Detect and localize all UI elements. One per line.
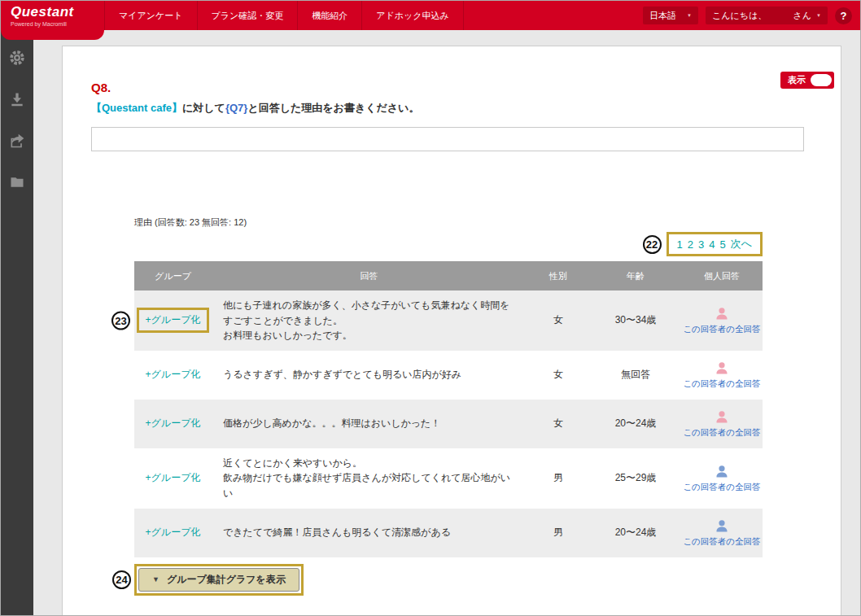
- gender-value: 女: [527, 400, 590, 448]
- nav-item-plan[interactable]: プラン確認・変更: [198, 1, 299, 30]
- page-link-4[interactable]: 4: [709, 238, 715, 251]
- question-panel: 表示 Q8. 【Questant cafe】に対して{Q7}と回答した理由をお書…: [62, 46, 841, 615]
- help-button[interactable]: ?: [835, 7, 852, 24]
- question-tail: と回答した理由をお書きください。: [247, 102, 419, 114]
- answer-text: 近くてとにかく来やすいから。 飲み物だけでも嫌な顔せず店員さんが対応してくれて居…: [212, 448, 527, 509]
- folder-button[interactable]: [7, 173, 27, 192]
- gender-value: 女: [527, 291, 590, 351]
- respondent-answers-link[interactable]: この回答者の全回答: [683, 427, 760, 439]
- answer-text: できたてで綺麗！店員さんも明るくて清潔感がある: [212, 509, 527, 557]
- table-row: +グループ化 価格が少し高めかな。。。料理はおいしかった！ 女 20〜24歳: [134, 400, 763, 448]
- answer-text: 他にも子連れの家族が多く、小さな子がいても気兼ねなく時間をすごすことができました…: [212, 291, 527, 351]
- group-cell: 23 +グループ化: [134, 291, 212, 351]
- column-header-individual: 個人回答: [681, 261, 763, 291]
- nav-item-adhoc[interactable]: アドホック申込み: [362, 1, 464, 30]
- table-body: 23 +グループ化 他にも子連れの家族が多く、小さな子がいても気兼ねなく時間をす…: [134, 291, 763, 557]
- display-toggle-label: 表示: [788, 74, 806, 86]
- gender-value: 男: [527, 448, 590, 509]
- respondent-cell: この回答者の全回答: [681, 448, 763, 509]
- group-cell: +グループ化: [134, 351, 212, 400]
- display-toggle[interactable]: 表示: [780, 72, 834, 89]
- group-cell: +グループ化: [134, 448, 212, 509]
- age-value: 25〜29歳: [590, 448, 681, 509]
- answer-input[interactable]: [91, 127, 804, 151]
- share-export-button[interactable]: [7, 131, 27, 151]
- person-icon: [714, 518, 730, 535]
- person-icon: [714, 409, 730, 426]
- age-value: 20〜24歳: [590, 400, 681, 448]
- add-to-group-link[interactable]: +グループ化: [146, 417, 201, 430]
- account-menu[interactable]: こんにちは、 さん ▼: [706, 7, 828, 24]
- main-nav: マイアンケート プラン確認・変更 機能紹介 アドホック申込み: [104, 1, 464, 30]
- age-value: 無回答: [590, 351, 681, 400]
- respondent-cell: この回答者の全回答: [681, 291, 763, 351]
- respondent-answers-link[interactable]: この回答者の全回答: [683, 324, 760, 335]
- respondent-cell: この回答者の全回答: [681, 400, 763, 448]
- add-to-group-link[interactable]: +グループ化: [146, 368, 201, 382]
- folder-icon: [9, 174, 25, 190]
- table-row: +グループ化 近くてとにかく来やすいから。 飲み物だけでも嫌な顔せず店員さんが対…: [134, 448, 763, 509]
- respondent-answers-link[interactable]: この回答者の全回答: [683, 482, 760, 493]
- show-group-graph-label: グループ集計グラフを表示: [167, 573, 286, 587]
- column-header-age: 年齢: [590, 261, 681, 291]
- group-cell: +グループ化: [134, 400, 212, 448]
- column-header-answer: 回答: [212, 261, 527, 291]
- page-link-3[interactable]: 3: [698, 238, 704, 251]
- triangle-down-icon: ▼: [152, 575, 160, 583]
- answer-text: 価格が少し高めかな。。。料理はおいしかった！: [212, 400, 527, 448]
- table-row: 23 +グループ化 他にも子連れの家族が多く、小さな子がいても気兼ねなく時間をす…: [134, 291, 763, 351]
- annotation-circle-23: 23: [111, 311, 130, 330]
- greeting-suffix: さん: [793, 10, 812, 22]
- column-header-group: グループ: [134, 261, 212, 291]
- header-right: 日本語 ▼ こんにちは、 さん ▼ ?: [643, 7, 860, 24]
- download-button[interactable]: [7, 90, 27, 109]
- page-link-1[interactable]: 1: [677, 238, 683, 251]
- table-row: +グループ化 うるさすぎず、静かすぎずでとても明るい店内が好み 女 無回答: [134, 351, 763, 400]
- main-area: 表示 Q8. 【Questant cafe】に対して{Q7}と回答した理由をお書…: [33, 30, 860, 615]
- nav-item-features[interactable]: 機能紹介: [298, 1, 362, 30]
- group-cell: +グループ化: [134, 509, 212, 557]
- share-export-icon: [9, 133, 25, 149]
- answer-text: うるさすぎず、静かすぎずでとても明るい店内が好み: [212, 351, 527, 400]
- responses-table: グループ 回答 性別 年齢 個人回答 23 +グループ化 他に: [134, 261, 763, 557]
- app-header: Questant Powered by Macromill マイアンケート プラ…: [1, 1, 860, 30]
- question-ref: {Q7}: [225, 102, 247, 114]
- gender-value: 男: [527, 509, 590, 557]
- respondent-answers-link[interactable]: この回答者の全回答: [683, 378, 760, 390]
- logo[interactable]: Questant Powered by Macromill: [1, 1, 104, 40]
- settings-button[interactable]: [7, 48, 27, 68]
- chevron-down-icon: ▼: [816, 13, 821, 18]
- respondent-answers-link[interactable]: この回答者の全回答: [683, 536, 760, 548]
- language-select[interactable]: 日本語 ▼: [643, 7, 698, 24]
- person-icon: [714, 306, 730, 322]
- gear-icon: [8, 49, 26, 67]
- person-icon: [714, 360, 730, 377]
- logo-tagline: Powered by Macromill: [11, 21, 104, 27]
- show-group-graph-button[interactable]: ▼ グループ集計グラフを表示: [138, 568, 299, 592]
- graph-button-highlight-box: ▼ グループ集計グラフを表示: [134, 564, 304, 596]
- annotation-circle-24: 24: [112, 570, 131, 589]
- page-link-2[interactable]: 2: [688, 238, 693, 251]
- question-mid: に対して: [182, 102, 225, 114]
- add-to-group-link[interactable]: +グループ化: [146, 313, 201, 327]
- question-text: 【Questant cafe】に対して{Q7}と回答した理由をお書きください。: [91, 101, 841, 116]
- next-page-link[interactable]: 次へ: [731, 237, 752, 251]
- respondent-cell: この回答者の全回答: [681, 509, 763, 557]
- pagination-row: 22 1 2 3 4 5 次へ: [134, 232, 763, 256]
- question-highlight: 【Questant cafe】: [91, 102, 182, 114]
- question-number: Q8.: [91, 81, 841, 94]
- questant-app: Questant Powered by Macromill マイアンケート プラ…: [0, 0, 861, 616]
- add-to-group-link[interactable]: +グループ化: [146, 526, 201, 540]
- toggle-knob-icon: [811, 74, 832, 86]
- age-value: 30〜34歳: [590, 291, 681, 351]
- logo-text: Questant: [11, 4, 104, 20]
- download-icon: [9, 91, 25, 107]
- page-link-5[interactable]: 5: [719, 238, 725, 251]
- gender-value: 女: [527, 351, 590, 400]
- nav-item-my-surveys[interactable]: マイアンケート: [104, 1, 198, 30]
- add-to-group-link[interactable]: +グループ化: [146, 471, 201, 485]
- annotation-circle-22: 22: [643, 235, 662, 254]
- response-summary: 理由 (回答数: 23 無回答: 12): [134, 216, 841, 229]
- greeting-prefix: こんにちは、: [712, 10, 767, 22]
- group-highlight-box: +グループ化: [137, 308, 210, 333]
